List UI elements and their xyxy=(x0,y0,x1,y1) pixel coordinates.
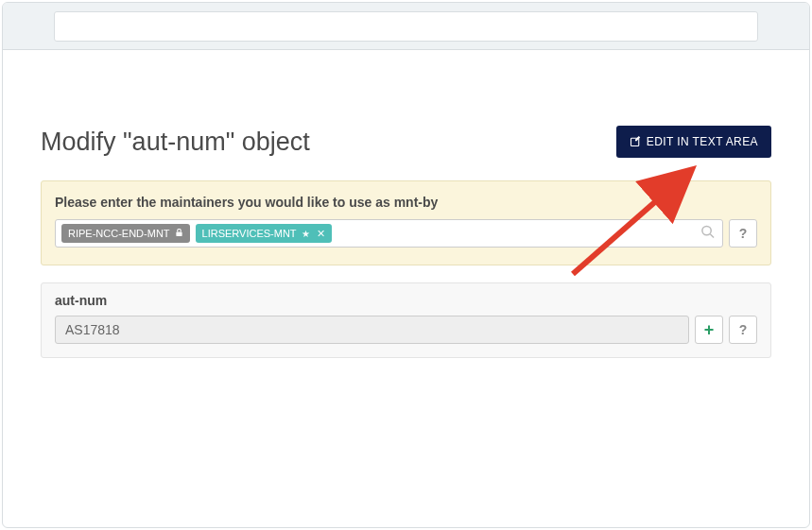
search-icon xyxy=(700,225,715,243)
add-attribute-button[interactable]: + xyxy=(695,316,723,344)
maintainer-tag[interactable]: LIRSERVICES-MNT ★ ✕ xyxy=(196,224,332,243)
app-frame: Modify "aut-num" object EDIT IN TEXT ARE… xyxy=(2,2,810,528)
page-title: Modify "aut-num" object xyxy=(41,128,310,157)
maintainer-label: Please enter the maintainers you would l… xyxy=(55,195,757,210)
main-content: Modify "aut-num" object EDIT IN TEXT ARE… xyxy=(3,50,809,377)
aut-num-help-button[interactable]: ? xyxy=(729,316,757,344)
maintainer-help-button[interactable]: ? xyxy=(729,219,757,248)
svg-rect-1 xyxy=(176,231,181,236)
aut-num-row: + ? xyxy=(55,316,757,344)
edit-icon xyxy=(630,136,641,147)
aut-num-input[interactable] xyxy=(55,316,689,344)
svg-line-3 xyxy=(710,234,714,238)
tag-label: LIRSERVICES-MNT xyxy=(202,228,297,239)
maintainer-row: RIPE-NCC-END-MNT LIRSERVICES-MNT ★ ✕ ? xyxy=(55,219,757,248)
edit-button-label: EDIT IN TEXT AREA xyxy=(647,135,758,148)
star-icon: ★ xyxy=(302,229,310,239)
svg-point-2 xyxy=(702,226,711,234)
maintainer-tag-input[interactable]: RIPE-NCC-END-MNT LIRSERVICES-MNT ★ ✕ xyxy=(55,219,723,248)
top-bar xyxy=(3,3,809,50)
lock-icon xyxy=(175,229,183,239)
header-row: Modify "aut-num" object EDIT IN TEXT ARE… xyxy=(41,126,771,158)
maintainer-panel: Please enter the maintainers you would l… xyxy=(41,180,771,265)
remove-tag-icon[interactable]: ✕ xyxy=(317,228,325,240)
tag-label: RIPE-NCC-END-MNT xyxy=(68,228,170,239)
edit-text-area-button[interactable]: EDIT IN TEXT AREA xyxy=(616,126,771,158)
aut-num-section: aut-num + ? xyxy=(41,282,771,358)
top-search-input[interactable] xyxy=(54,11,758,42)
maintainer-tag[interactable]: RIPE-NCC-END-MNT xyxy=(61,224,190,243)
aut-num-label: aut-num xyxy=(55,293,757,308)
